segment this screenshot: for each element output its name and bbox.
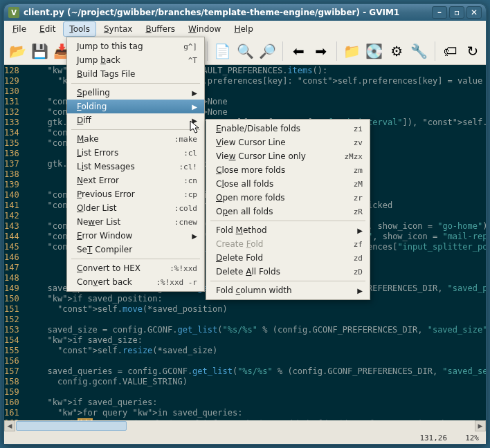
cursor-position: 131,26 xyxy=(419,433,447,442)
line-number-gutter: 128 129 130 131 132 133 134 135 136 137 … xyxy=(4,65,24,420)
statusbar: 131,26 12% xyxy=(4,431,486,444)
tools-item-folding[interactable]: Folding▶ xyxy=(67,100,204,113)
chevron-right-icon: ▶ xyxy=(192,103,197,111)
chevron-right-icon: ▶ xyxy=(192,117,197,124)
scroll-percent: 12% xyxy=(465,433,479,442)
find-icon[interactable]: 🔍 xyxy=(236,40,254,62)
scroll-left-button[interactable]: ◀ xyxy=(4,420,15,431)
titlebar[interactable]: V client.py (~/project/gwibber/branches/… xyxy=(4,4,486,21)
tools-item-jump-to-this-tag[interactable]: Jump to this tagg^] xyxy=(67,39,204,53)
tools-item-build-tags-file[interactable]: Build Tags File xyxy=(67,67,204,81)
folding-submenu-dropdown: Enable/Disable foldsziView Cursor Linezv… xyxy=(206,119,370,300)
tools-item-jump-back[interactable]: Jump back^T xyxy=(67,53,204,67)
findnext-icon[interactable]: 🔎 xyxy=(258,40,276,62)
folding-item-fold-method[interactable]: Fold Method▶ xyxy=(206,223,370,237)
tools-item-previous-error[interactable]: Previous Error:cp xyxy=(67,187,204,201)
tools-item-list-messages[interactable]: List Messages:cl! xyxy=(67,160,204,174)
tools-item-make[interactable]: Make:make xyxy=(67,132,204,146)
folding-item-open-all-folds[interactable]: Open all foldszR xyxy=(206,205,370,218)
scroll-right-button[interactable]: ▶ xyxy=(475,420,486,431)
tools-item-list-errors[interactable]: List Errors:cl xyxy=(67,146,204,160)
close-button[interactable]: ✕ xyxy=(466,6,482,19)
tools-item-diff[interactable]: Diff▶ xyxy=(67,113,204,127)
tools-item-spelling[interactable]: Spelling▶ xyxy=(67,86,204,100)
chevron-right-icon: ▶ xyxy=(357,227,363,234)
save-icon[interactable]: 💾 xyxy=(30,40,48,62)
folding-item-close-more-folds[interactable]: Close more foldszm xyxy=(206,163,370,177)
tools-item-newer-list[interactable]: Newer List:cnew xyxy=(67,215,204,229)
menu-syntax[interactable]: Syntax xyxy=(98,22,138,36)
tools-item-convert-to-hex[interactable]: Convert to HEX:%!xxd xyxy=(67,261,204,275)
folding-item-close-all-folds[interactable]: Close all foldszM xyxy=(206,177,370,191)
tags-icon[interactable]: 🏷 xyxy=(441,40,459,62)
tools-menu-dropdown: Jump to this tagg^]Jump back^TBuild Tags… xyxy=(66,37,205,292)
make-icon[interactable]: 🔧 xyxy=(410,40,428,62)
menu-buffers[interactable]: Buffers xyxy=(140,22,181,36)
tools-item-next-error[interactable]: Next Error:cn xyxy=(67,174,204,187)
menu-help[interactable]: Help xyxy=(228,22,258,36)
hscroll-thumb[interactable] xyxy=(16,421,127,431)
build-icon[interactable]: ⚙ xyxy=(388,40,406,62)
chevron-right-icon: ▶ xyxy=(192,89,197,97)
folding-item-create-fold: Create Foldzf xyxy=(206,237,370,251)
folding-item-fold-column-width[interactable]: Fold column width▶ xyxy=(206,283,370,297)
forward-icon[interactable]: ➡ xyxy=(312,40,330,62)
run-icon[interactable]: ↻ xyxy=(464,40,482,62)
menu-tools[interactable]: Tools xyxy=(63,21,96,37)
back-icon[interactable]: ⬅ xyxy=(289,40,307,62)
menu-file[interactable]: File xyxy=(7,22,32,36)
hscroll-track[interactable] xyxy=(15,420,475,431)
tools-item-older-list[interactable]: Older List:cold xyxy=(67,201,204,215)
app-icon: V xyxy=(8,7,19,18)
folding-item-view-cursor-line[interactable]: View Cursor Linezv xyxy=(206,136,370,149)
chevron-right-icon: ▶ xyxy=(192,232,197,240)
tools-item-convert-back[interactable]: Convert back:%!xxd -r xyxy=(67,275,204,289)
folding-item-delete-all-folds[interactable]: Delete All FoldszD xyxy=(206,265,370,279)
folding-item-view-cursor-line-only[interactable]: View Cursor Line onlyzMzx xyxy=(206,149,370,163)
folding-item-enable-disable-folds[interactable]: Enable/Disable foldszi xyxy=(206,122,370,136)
tools-item-set-compiler[interactable]: SeT Compiler xyxy=(67,243,204,256)
maximize-button[interactable]: ▫ xyxy=(449,6,464,19)
folding-item-delete-fold[interactable]: Delete Foldzd xyxy=(206,251,370,265)
chevron-right-icon: ▶ xyxy=(357,287,363,295)
menubar: FileEditToolsSyntaxBuffersWindowHelp xyxy=(4,21,486,37)
tools-item-error-window[interactable]: Error Window▶ xyxy=(67,229,204,243)
saveproj-icon[interactable]: 💽 xyxy=(365,40,383,62)
minimize-button[interactable]: – xyxy=(432,6,447,19)
menu-edit[interactable]: Edit xyxy=(34,22,61,36)
menu-window[interactable]: Window xyxy=(183,22,226,36)
folding-item-open-more-folds[interactable]: Open more foldszr xyxy=(206,191,370,205)
paste-icon[interactable]: 📄 xyxy=(214,40,232,62)
horizontal-scrollbar[interactable]: ◀ ▶ xyxy=(4,420,486,431)
open-icon[interactable]: 📂 xyxy=(8,40,26,62)
project-icon[interactable]: 📁 xyxy=(343,40,361,62)
window-title: client.py (~/project/gwibber/branches/te… xyxy=(24,8,430,17)
